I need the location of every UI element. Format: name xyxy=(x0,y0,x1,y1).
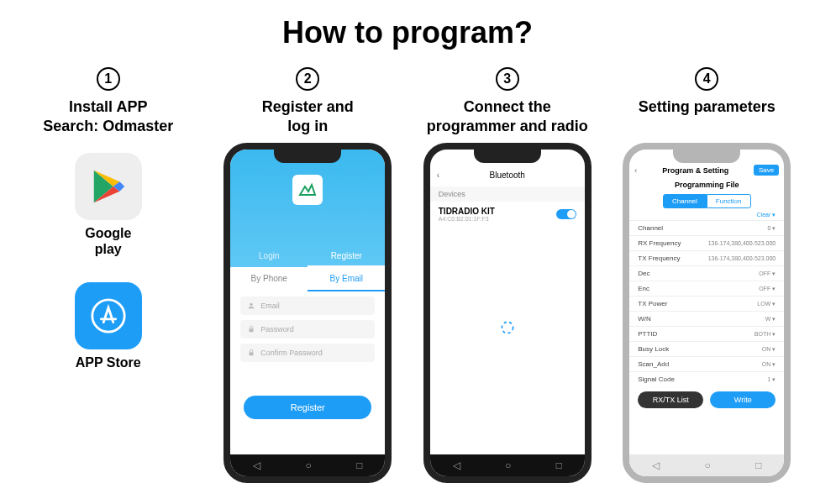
email-field[interactable]: Email xyxy=(240,297,375,315)
settings-row[interactable]: PTTIDBOTH ▾ xyxy=(629,326,784,341)
rxtx-list-button[interactable]: RX/TX List xyxy=(638,391,703,408)
settings-row[interactable]: DecOFF ▾ xyxy=(629,265,784,281)
device-toggle[interactable] xyxy=(556,209,576,219)
setting-value: 136-174,380,400-523.000 xyxy=(708,240,776,246)
google-play-label: Google play xyxy=(75,225,142,257)
setting-value: OFF ▾ xyxy=(759,286,776,292)
android-navbar: ◁○□ xyxy=(629,454,784,476)
setting-value: LOW ▾ xyxy=(757,301,776,307)
settings-list: Channel0 ▾RX Frequency136-174,380,400-52… xyxy=(629,220,784,386)
setting-value: ON ▾ xyxy=(762,361,776,368)
svg-rect-4 xyxy=(250,352,254,355)
setting-value: ON ▾ xyxy=(762,346,776,353)
steps-row: 1 Install APP Search: Odmaster Google pl… xyxy=(0,67,815,483)
step-label: Setting parameters xyxy=(639,97,776,136)
password-field[interactable]: Password xyxy=(240,320,375,339)
step-1: 1 Install APP Search: Odmaster Google pl… xyxy=(12,67,205,483)
settings-row[interactable]: RX Frequency136-174,380,400-523.000 xyxy=(629,235,784,250)
setting-value: 1 ▾ xyxy=(767,376,776,383)
android-navbar: ◁○□ xyxy=(230,454,385,476)
phone-mock-bluetooth: ‹ Bluetooth Devices TIDRADIO KIT A4:C0:B… xyxy=(423,143,592,483)
setting-key: W/N xyxy=(638,315,651,323)
settings-row[interactable]: TX PowerLOW ▾ xyxy=(629,296,784,311)
step-4: 4 Setting parameters ‹ Program & Setting… xyxy=(610,67,803,483)
page-title: How to program? xyxy=(0,15,815,50)
step-number: 2 xyxy=(296,67,319,91)
segment-control[interactable]: Channel Function xyxy=(629,194,784,208)
loading-spinner-icon xyxy=(499,319,516,339)
setting-key: PTTID xyxy=(638,330,657,338)
confirm-password-field[interactable]: Confirm Password xyxy=(240,344,375,362)
register-button[interactable]: Register xyxy=(244,396,371,419)
step-label: Install APP Search: Odmaster xyxy=(43,97,173,136)
settings-subtitle: Programming File xyxy=(629,179,784,191)
settings-row[interactable]: W/NW ▾ xyxy=(629,311,784,326)
step-number: 4 xyxy=(695,67,718,91)
setting-key: Busy Lock xyxy=(638,345,669,353)
settings-row[interactable]: Channel0 ▾ xyxy=(629,220,784,235)
write-button[interactable]: Write xyxy=(710,391,776,408)
android-navbar: ◁○□ xyxy=(430,454,585,476)
step-label: Register and log in xyxy=(262,97,354,136)
settings-row[interactable]: EncOFF ▾ xyxy=(629,281,784,296)
login-tab[interactable]: Login xyxy=(230,246,308,267)
segment-channel[interactable]: Channel xyxy=(663,194,707,208)
app-store-label: APP Store xyxy=(75,354,142,370)
settings-row[interactable]: TX Frequency136-174,380,400-523.000 xyxy=(629,250,784,265)
step-2: 2 Register and log in Login Register By … xyxy=(211,67,404,483)
by-email-tab[interactable]: By Email xyxy=(308,267,385,291)
setting-value: OFF ▾ xyxy=(759,270,776,277)
setting-key: Scan_Add xyxy=(638,360,669,368)
setting-key: Signal Code xyxy=(638,375,675,383)
bluetooth-title: Bluetooth xyxy=(490,171,525,180)
step-number: 1 xyxy=(97,67,120,91)
setting-value: 136-174,380,400-523.000 xyxy=(708,255,776,261)
phone-mock-settings: ‹ Program & Setting Save Programming Fil… xyxy=(623,143,791,483)
step-number: 3 xyxy=(496,67,519,91)
device-name: TIDRADIO KIT xyxy=(439,207,495,216)
settings-row[interactable]: Busy LockON ▾ xyxy=(629,341,784,356)
setting-key: RX Frequency xyxy=(638,239,681,247)
app-logo-icon xyxy=(292,175,323,205)
google-play-block: Google play xyxy=(75,153,142,257)
register-tab[interactable]: Register xyxy=(308,246,385,267)
clear-button[interactable]: Clear ▾ xyxy=(629,212,784,220)
setting-value: 0 ▾ xyxy=(767,225,776,232)
setting-key: Dec xyxy=(638,270,649,277)
setting-key: Channel xyxy=(638,224,663,232)
setting-key: TX Power xyxy=(638,300,667,307)
device-row[interactable]: TIDRADIO KIT A4:C0:B2:01:1F:F3 xyxy=(430,202,585,227)
app-store-block: APP Store xyxy=(75,282,142,370)
svg-point-2 xyxy=(250,303,253,306)
step-3: 3 Connect the programmer and radio ‹ Blu… xyxy=(411,67,604,483)
svg-rect-3 xyxy=(250,328,254,332)
by-phone-tab[interactable]: By Phone xyxy=(230,267,308,291)
setting-key: Enc xyxy=(638,285,649,292)
svg-point-5 xyxy=(502,322,513,333)
settings-header: Program & Setting xyxy=(662,166,728,175)
app-store-icon[interactable] xyxy=(75,282,142,349)
setting-key: TX Frequency xyxy=(638,255,680,262)
setting-value: W ▾ xyxy=(765,316,776,323)
save-button[interactable]: Save xyxy=(754,165,779,176)
google-play-icon[interactable] xyxy=(75,153,142,220)
back-icon[interactable]: ‹ xyxy=(437,171,439,180)
step-label: Connect the programmer and radio xyxy=(427,97,588,136)
phone-mock-register: Login Register By Phone By Email Email P… xyxy=(223,143,392,483)
devices-section: Devices xyxy=(430,186,585,202)
device-mac: A4:C0:B2:01:1F:F3 xyxy=(439,216,495,222)
settings-row[interactable]: Signal Code1 ▾ xyxy=(629,371,784,386)
segment-function[interactable]: Function xyxy=(707,194,751,208)
setting-value: BOTH ▾ xyxy=(755,331,776,338)
settings-row[interactable]: Scan_AddON ▾ xyxy=(629,356,784,371)
back-icon[interactable]: ‹ xyxy=(634,166,637,175)
